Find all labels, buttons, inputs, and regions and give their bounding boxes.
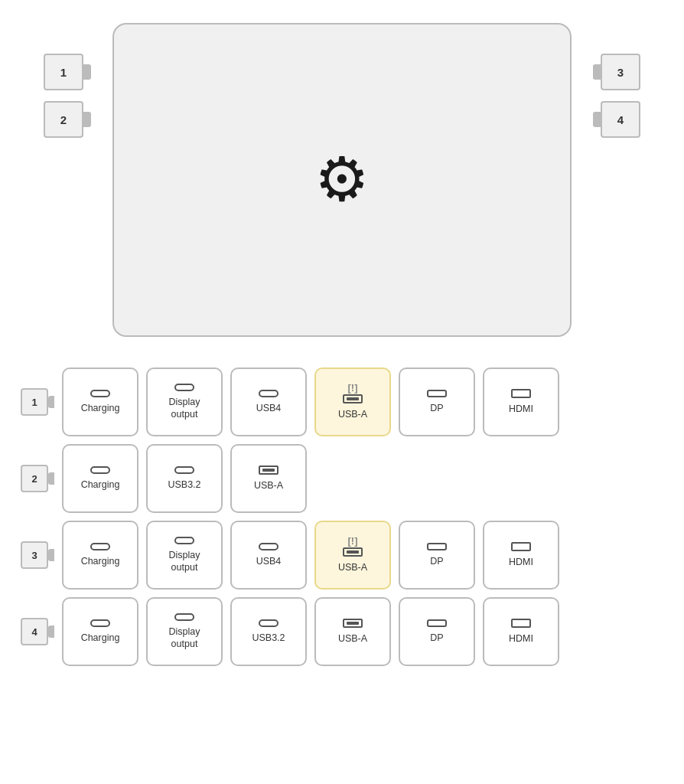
port-card-dp-1: DP <box>399 368 475 436</box>
port-card-display-3: Displayoutput <box>146 521 223 590</box>
port-label: Charging <box>81 479 120 491</box>
port-row-2: 2 Charging USB3.2 USB-A <box>21 444 663 513</box>
port-card-usba-3: [!] USB-A <box>314 521 391 590</box>
laptop-port-3: 3 <box>593 54 640 90</box>
laptop-port-label-1: 1 <box>44 54 83 90</box>
laptop-port-4: 4 <box>593 101 640 138</box>
port-card-hdmi-1: HDMI <box>483 368 559 436</box>
port-card-charging-3: Charging <box>62 521 138 590</box>
usbc-icon <box>259 619 278 627</box>
port-label: DP <box>430 555 443 567</box>
hdmi-icon <box>511 619 531 628</box>
dp-icon <box>427 390 447 397</box>
laptop-left-ports: 1 2 <box>44 54 91 138</box>
usbc-icon <box>90 543 110 550</box>
hdmi-icon <box>511 389 531 398</box>
usba-icon <box>259 466 278 475</box>
row-connector <box>48 472 54 485</box>
row-connector <box>48 626 54 638</box>
port-label: DP <box>430 632 443 644</box>
row-label-2: 2 <box>21 465 54 492</box>
port-connector <box>83 64 91 80</box>
port-label: Charging <box>81 555 120 567</box>
port-label: Displayoutput <box>169 549 200 574</box>
row-number-4: 4 <box>21 618 48 645</box>
port-label: USB-A <box>338 632 367 645</box>
laptop-port-label-4: 4 <box>601 101 640 138</box>
row-connector <box>48 549 54 561</box>
usbc-icon <box>90 466 110 474</box>
usbc-icon <box>259 390 278 397</box>
port-row-1: 1 Charging Displayoutput USB4 [!] USB-A … <box>21 368 663 436</box>
port-label: Charging <box>81 632 120 644</box>
port-label: USB3.2 <box>168 479 200 491</box>
row-label-1: 1 <box>21 388 54 416</box>
port-card-display-1: Displayoutput <box>146 368 223 436</box>
exclaim-icon: [!] <box>348 536 358 546</box>
usbc-icon <box>174 466 194 474</box>
port-card-charging-4: Charging <box>62 597 138 666</box>
port-label: Displayoutput <box>169 626 200 651</box>
port-card-usb32-4: USB3.2 <box>230 597 307 666</box>
port-label: HDMI <box>509 632 533 645</box>
laptop-port-label-2: 2 <box>44 101 83 138</box>
port-card-charging-1: Charging <box>62 368 138 436</box>
port-connector <box>83 112 91 127</box>
port-label: HDMI <box>509 556 533 568</box>
row-label-3: 3 <box>21 541 54 569</box>
exclaim-icon: [!] <box>348 383 358 393</box>
row-number-3: 3 <box>21 541 48 569</box>
port-card-usba-4: USB-A <box>314 597 391 666</box>
laptop-port-2: 2 <box>44 101 91 138</box>
laptop-port-label-3: 3 <box>601 54 640 90</box>
dp-icon <box>427 543 447 550</box>
gear-icon: ⚙ <box>314 149 370 211</box>
usbc-icon <box>90 390 110 397</box>
usba-icon: [!] <box>343 536 363 557</box>
usbc-icon <box>174 537 194 544</box>
usbc-icon <box>174 384 194 391</box>
port-card-usb4-1: USB4 <box>230 368 307 436</box>
port-card-dp-3: DP <box>399 521 475 590</box>
port-label: Charging <box>81 402 120 414</box>
laptop-port-1: 1 <box>44 54 91 90</box>
dp-icon <box>427 619 447 627</box>
usba-icon: [!] <box>343 383 363 403</box>
port-label: DP <box>430 402 443 414</box>
usbc-icon <box>174 613 194 621</box>
port-card-display-4: Displayoutput <box>146 597 223 666</box>
port-card-hdmi-3: HDMI <box>483 521 559 590</box>
usbc-icon <box>90 619 110 627</box>
row-connector <box>48 396 54 408</box>
port-label: USB-A <box>254 479 283 492</box>
port-card-charging-2: Charging <box>62 444 138 513</box>
laptop-right-ports: 3 4 <box>593 54 640 138</box>
port-label: USB-A <box>338 408 367 420</box>
usbc-icon <box>259 543 278 550</box>
port-connector <box>593 64 601 80</box>
hdmi-icon <box>511 542 531 551</box>
port-connector <box>593 112 601 127</box>
port-label: HDMI <box>509 403 533 415</box>
port-label: Displayoutput <box>169 396 200 421</box>
usba-icon <box>343 619 363 628</box>
port-card-usba-2: USB-A <box>230 444 307 513</box>
row-label-4: 4 <box>21 618 54 645</box>
port-card-hdmi-4: HDMI <box>483 597 559 666</box>
port-label: USB-A <box>338 561 367 573</box>
port-label: USB4 <box>256 402 282 414</box>
row-number-2: 2 <box>21 465 48 492</box>
port-card-dp-4: DP <box>399 597 475 666</box>
laptop-body: ⚙ <box>112 23 572 337</box>
port-card-usba-1: [!] USB-A <box>314 368 391 436</box>
port-rows-section: 1 Charging Displayoutput USB4 [!] USB-A … <box>21 368 663 666</box>
row-number-1: 1 <box>21 388 48 416</box>
port-label: USB3.2 <box>252 632 285 644</box>
laptop-diagram: 1 2 ⚙ 3 4 <box>44 23 640 337</box>
port-row-3: 3 Charging Displayoutput USB4 [!] USB-A … <box>21 521 663 590</box>
port-card-usb32-2: USB3.2 <box>146 444 223 513</box>
port-label: USB4 <box>256 555 282 567</box>
port-card-usb4-3: USB4 <box>230 521 307 590</box>
port-row-4: 4 Charging Displayoutput USB3.2 USB-A DP… <box>21 597 663 666</box>
